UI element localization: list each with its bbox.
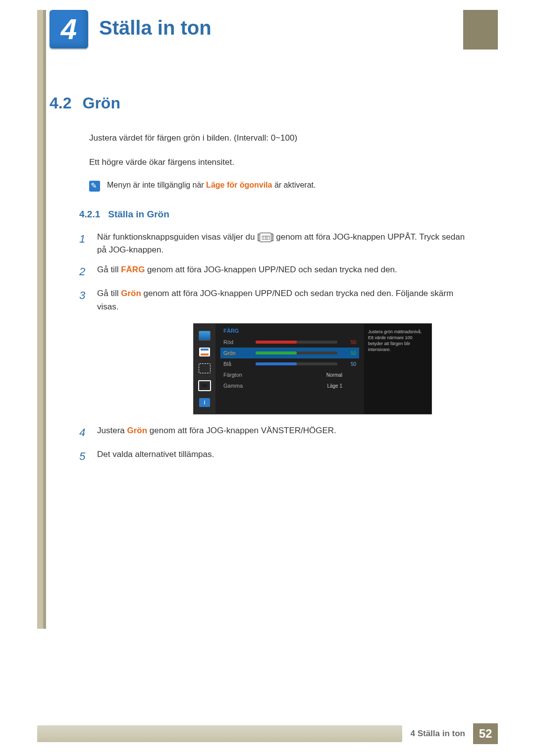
step-4: 4 Justera Grön genom att föra JOG-knappe…: [79, 424, 471, 441]
osd-label-gamma: Gamma: [223, 383, 251, 389]
step-number: 2: [79, 263, 88, 280]
osd-fill-red: [256, 341, 297, 344]
osd-label-blue: Blå: [223, 361, 251, 367]
content-area: 4.2 Grön Justera värdet för färgen grön …: [50, 94, 471, 472]
subsection-number: 4.2.1: [79, 209, 100, 220]
step-number: 5: [79, 448, 88, 465]
step-body: Det valda alternativet tillämpas.: [97, 448, 471, 465]
osd-row-gamma: Gamma Läge 1: [220, 380, 359, 391]
osd-label-tone: Färgton: [223, 372, 251, 378]
osd-main: FÄRG Röd 50 Grön 50 Blå 50 Fär: [215, 324, 364, 414]
step-4-post: genom att föra JOG-knappen VÄNSTER/HÖGER…: [147, 426, 336, 435]
osd-sidebar: i: [194, 324, 215, 414]
osd-row-blue: Blå 50: [220, 358, 359, 369]
osd-row-tone: Färgton Normal: [220, 369, 359, 380]
step-2: 2 Gå till FÄRG genom att föra JOG-knappe…: [79, 263, 471, 280]
steps-list: 1 När funktionsknappsguiden visas väljer…: [79, 231, 471, 465]
color-icon: [199, 348, 210, 356]
osd-fill-green: [256, 352, 297, 354]
step-5: 5 Det valda alternativet tillämpas.: [79, 448, 471, 465]
subsection-heading: 4.2.1 Ställa in Grön: [79, 209, 471, 220]
left-stripe-dark: [43, 10, 46, 629]
osd-screenshot: i FÄRG Röd 50 Grön 50 Blå 50: [193, 323, 432, 414]
osd-bar-red: [256, 341, 337, 344]
chapter-title: Ställa in ton: [99, 17, 212, 39]
osd-value-gamma: Läge 1: [256, 383, 356, 389]
menu-icon: ◫◫: [260, 233, 271, 243]
note-icon: [89, 181, 100, 192]
step-1: 1 När funktionsknappsguiden visas väljer…: [79, 231, 471, 257]
step-2-post: genom att föra JOG-knappen UPP/NED och s…: [145, 265, 397, 274]
page-number: 52: [473, 723, 498, 744]
step-2-em: FÄRG: [121, 265, 145, 274]
step-3-post: genom att föra JOG-knappen UPP/NED och s…: [97, 289, 453, 311]
osd-row-green: Grön 50: [220, 348, 359, 358]
note: Menyn är inte tillgänglig när Läge för ö…: [89, 181, 471, 192]
osd-row-red: Röd 50: [220, 337, 359, 348]
section-number: 4.2: [50, 94, 71, 112]
step-number: 3: [79, 287, 88, 313]
osd-fill-blue: [256, 362, 297, 365]
footer-bar: [37, 725, 402, 742]
step-4-pre: Justera: [97, 426, 127, 435]
step-number: 4: [79, 424, 88, 441]
step-body: När funktionsknappsguiden visas väljer d…: [97, 231, 471, 257]
step-4-em: Grön: [127, 426, 147, 435]
top-right-block: [463, 10, 498, 50]
footer-chapter-title: 4 Ställa in ton: [410, 729, 465, 739]
step-2-pre: Gå till: [97, 265, 121, 274]
intro-paragraph-1: Justera värdet för färgen grön i bilden.…: [89, 132, 471, 144]
step-body: Justera Grön genom att föra JOG-knappen …: [97, 424, 471, 441]
resize-icon: [199, 363, 211, 373]
section-heading: 4.2 Grön: [50, 94, 471, 112]
subsection-title: Ställa in Grön: [108, 209, 169, 220]
page-footer: 4 Ställa in ton 52: [37, 725, 498, 742]
osd-label-red: Röd: [223, 339, 251, 345]
chapter-badge: 4: [50, 10, 88, 49]
osd-header: FÄRG: [220, 328, 359, 334]
section-title: Grön: [82, 94, 120, 112]
gear-icon: [198, 380, 211, 391]
note-text: Menyn är inte tillgänglig när Läge för ö…: [107, 181, 316, 190]
step-body: Gå till Grön genom att föra JOG-knappen …: [97, 287, 471, 313]
intro-paragraph-2: Ett högre värde ökar färgens intensitet.: [89, 156, 471, 168]
osd-bar-blue: [256, 362, 337, 365]
note-text-emphasis: Läge för ögonvila: [206, 181, 272, 189]
osd-value-tone: Normal: [256, 372, 356, 378]
osd-value-red: 50: [342, 340, 356, 345]
step-3-em: Grön: [121, 289, 141, 298]
osd-bar-green: [256, 352, 337, 354]
osd-value-green: 50: [342, 351, 356, 356]
note-text-pre: Menyn är inte tillgänglig när: [107, 181, 206, 189]
step-1-pre: När funktionsknappsguiden visas väljer d…: [97, 232, 260, 242]
osd-label-green: Grön: [223, 350, 251, 356]
osd-value-blue: 50: [342, 361, 356, 367]
monitor-icon: [199, 331, 211, 341]
step-3: 3 Gå till Grön genom att föra JOG-knappe…: [79, 287, 471, 313]
left-stripe: [37, 10, 43, 629]
note-text-post: är aktiverat.: [272, 181, 316, 189]
osd-help-text: Justera grön mättnadsnivå. Ett värde när…: [364, 324, 431, 414]
step-3-pre: Gå till: [97, 289, 121, 298]
step-number: 1: [79, 231, 88, 257]
step-body: Gå till FÄRG genom att föra JOG-knappen …: [97, 263, 471, 280]
info-icon: i: [199, 398, 210, 407]
